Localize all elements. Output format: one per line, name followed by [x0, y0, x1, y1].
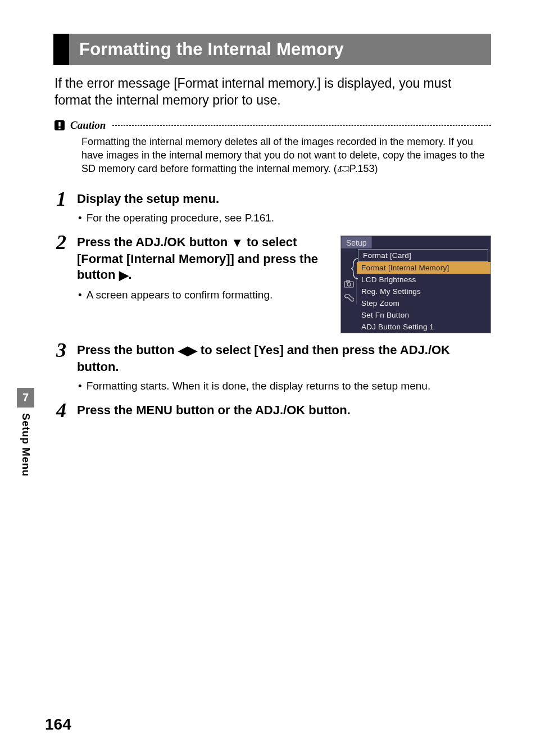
section-header-accent [53, 34, 69, 65]
step-head-prefix: Press the button [77, 343, 178, 357]
step-bullet: • For the operating procedure, see P.161… [77, 211, 491, 225]
step-heading: Press the button ◀▶ to select [Yes] and … [77, 342, 491, 375]
step-3: 3 Press the button ◀▶ to select [Yes] an… [53, 341, 491, 393]
selection-bracket-icon [351, 257, 359, 280]
step-number: 1 [53, 190, 69, 208]
right-triangle-icon: ▶ [188, 343, 197, 359]
caution-body: Formatting the internal memory deletes a… [53, 135, 491, 176]
svg-point-5 [347, 283, 351, 286]
bullet-dot: • [78, 379, 82, 393]
caution-text-prefix: Formatting the internal memory deletes a… [81, 136, 484, 175]
step-heading: Press the ADJ./OK button ▼ to select [Fo… [77, 234, 333, 284]
bullet-dot: • [78, 211, 82, 225]
caution-ref: P.153 [349, 163, 375, 174]
wrench-icon [343, 292, 355, 303]
setup-item: LCD Brightness [357, 274, 490, 286]
caution-separator [112, 125, 491, 126]
step-heading: Display the setup menu. [77, 191, 491, 207]
setup-tab: Setup [341, 236, 372, 248]
setup-items: Format [Card] Format [Internal Memory] L… [357, 248, 490, 333]
caution-text-suffix: ) [375, 163, 378, 174]
svg-rect-1 [58, 122, 60, 126]
setup-menu-screenshot: Setup Format [Card] Format [Internal Mem… [340, 236, 491, 333]
camera-icon [343, 278, 355, 289]
reference-icon [337, 162, 349, 176]
setup-item: Format [Card] [358, 249, 488, 262]
setup-item: Step Zoom [357, 297, 490, 309]
step-number: 4 [53, 401, 69, 419]
chapter-number: 7 [17, 388, 34, 408]
right-triangle-icon: ▶ [119, 268, 129, 284]
section-title: Formatting the Internal Memory [69, 34, 491, 65]
svg-rect-2 [58, 128, 60, 129]
page-sidebar: 7 Setup Menu [17, 388, 34, 705]
bullet-text: For the operating procedure, see P.161. [87, 211, 275, 225]
step-number: 2 [53, 233, 69, 251]
bullet-text: Formatting starts. When it is done, the … [87, 379, 431, 393]
setup-item: Reg. My Settings [357, 286, 490, 297]
step-2: 2 Press the ADJ./OK button ▼ to select [… [53, 233, 491, 333]
bullet-text: A screen appears to confirm formatting. [87, 288, 273, 302]
chapter-label: Setup Menu [20, 413, 32, 486]
caution-icon [53, 119, 66, 132]
step-head-prefix: Press the ADJ./OK button [77, 235, 231, 249]
step-head-suffix: . [129, 268, 132, 282]
left-triangle-icon: ◀ [178, 343, 188, 359]
step-heading: Press the MENU button or the ADJ./OK but… [77, 402, 491, 419]
setup-item: ADJ Button Setting 1 [357, 321, 490, 333]
caution-block: Caution Formatting the internal memory d… [53, 119, 491, 176]
step-1: 1 Display the setup menu. • For the oper… [53, 190, 491, 225]
step-number: 3 [53, 341, 69, 359]
down-triangle-icon: ▼ [231, 235, 243, 251]
caution-label: Caution [70, 119, 106, 132]
section-header: Formatting the Internal Memory [53, 34, 491, 65]
step-4: 4 Press the MENU button or the ADJ./OK b… [53, 401, 491, 419]
page-number: 164 [45, 716, 71, 734]
setup-item: Set Fn Button [357, 309, 490, 321]
bullet-dot: • [78, 288, 82, 302]
setup-item-label: Format [Internal Memory] [361, 264, 449, 272]
step-bullet: • Formatting starts. When it is done, th… [77, 379, 491, 393]
step-bullet: • A screen appears to confirm formatting… [77, 288, 333, 302]
setup-sidebar-icons [341, 277, 357, 305]
intro-paragraph: If the error message [Format internal me… [53, 75, 491, 109]
setup-item-selected: Format [Internal Memory] [357, 262, 490, 274]
